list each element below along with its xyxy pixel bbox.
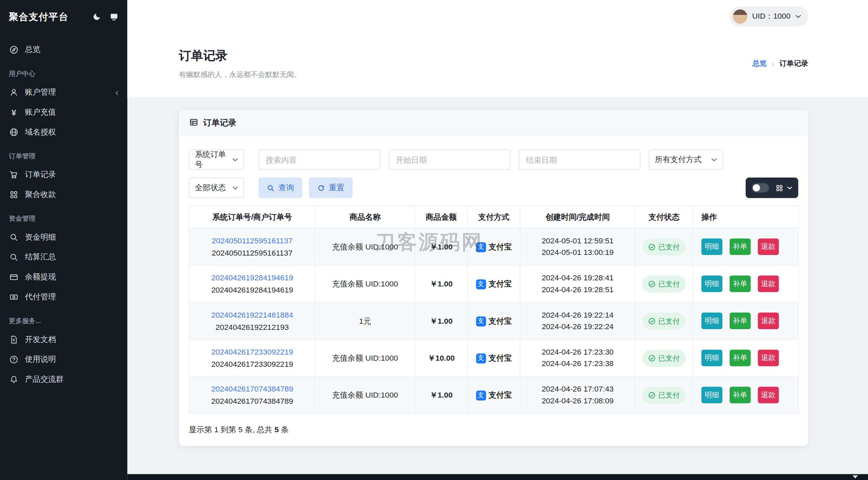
user-menu[interactable]: UID：1000 [730,7,808,27]
finished-time: 2024-04-26 17:23:38 [525,358,631,369]
breadcrumb-separator: › [772,59,774,68]
sidebar-item-label: 账户管理 [25,87,56,97]
moon-icon[interactable] [93,12,101,21]
reset-button[interactable]: 重置 [309,178,353,198]
app-title: 聚合支付平台 [9,10,69,23]
alipay-icon: 支 [476,316,486,326]
refresh-icon [317,184,325,192]
col-header-pay-method: 支付方式 [467,206,520,228]
avatar [733,9,747,24]
finished-time: 2024-05-01 13:00:19 [525,247,631,258]
product-name: 1元 [315,302,415,339]
product-name: 充值余额 UID:1000 [315,228,415,265]
sidebar-item-order-records[interactable]: 订单记录 [0,165,127,185]
main-area: UID：1000 订单记录 有幽默感的人，永远都不会默默无闻。 总览 › 订单记… [127,0,868,480]
sidebar-item-payout-management[interactable]: 代付管理 [0,287,127,307]
sidebar-item-label: 总览 [25,45,40,55]
detail-button[interactable]: 明细 [701,276,722,292]
status-badge: 已支付 [642,275,686,293]
refund-button[interactable]: 退款 [758,387,779,403]
sidebar-item-label: 资金明细 [25,232,56,242]
table-row: 2024042617233092219 2024042617233092219 … [189,339,798,376]
order-number-link[interactable]: 2024042617233092219 [194,346,310,358]
column-visibility-toggle[interactable] [752,183,769,193]
sidebar-item-domain-auth[interactable]: 域名授权 [0,122,127,142]
order-no-type-select[interactable]: 系统订单号 [189,149,244,170]
sidebar-item-fund-details[interactable]: 资金明细 [0,227,127,247]
pagination-summary: 显示第 1 到第 5 条, 总共 5 条 [189,425,798,435]
pay-method-select[interactable]: 所有支付方式 [649,149,723,170]
order-number-link[interactable]: 2024042619284194619 [194,272,310,283]
status-badge: 已支付 [642,312,686,329]
refund-button[interactable]: 退款 [758,238,779,255]
reorder-button[interactable]: 补单 [730,387,751,403]
detail-button[interactable]: 明细 [701,313,722,329]
search-icon [9,233,19,242]
col-header-product: 商品名称 [315,206,415,228]
end-date-input[interactable] [519,149,640,170]
order-records-card: 订单记录 系统订单号 所有支付方式 [179,110,808,446]
order-number-link[interactable]: 2024042617074384789 [194,383,310,395]
sidebar-item-account-management[interactable]: 账户管理 ‹ [0,82,127,102]
columns-dropdown-button[interactable] [775,184,792,192]
sidebar-item-settlement-summary[interactable]: 结算汇总 [0,247,127,267]
table-row: 2024050112595161137 2024050112595161137 … [189,228,798,265]
sidebar-item-label: 聚合收款 [25,190,56,200]
sidebar-item-dev-docs[interactable]: 开发文档 [0,330,127,350]
screen-icon[interactable] [110,12,118,21]
pay-method: 支付宝 [488,389,512,401]
topbar: UID：1000 [127,0,868,33]
detail-button[interactable]: 明细 [701,387,722,403]
detail-button[interactable]: 明细 [701,238,722,255]
select-value: 所有支付方式 [655,155,701,164]
table-row: 2024042619221461884 20240426192212193 1元… [189,302,798,339]
chevron-down-icon [232,186,238,189]
bottom-bar [127,474,868,480]
reset-label: 重置 [329,183,344,193]
check-circle-icon [648,243,655,250]
banknote-icon [9,293,19,301]
status-select[interactable]: 全部状态 [189,178,244,198]
chevron-down-icon [787,186,792,189]
breadcrumb-home[interactable]: 总览 [752,59,767,68]
sidebar-item-overview[interactable]: 总览 [0,40,127,60]
refund-button[interactable]: 退款 [758,276,779,292]
reorder-button[interactable]: 补单 [730,313,751,329]
sidebar-item-aggregated-collection[interactable]: 聚合收款 [0,185,127,205]
table-icon [189,118,198,128]
finished-time: 2024-04-26 19:28:51 [525,284,631,295]
order-number-link[interactable]: 2024050112595161137 [194,235,310,246]
reorder-button[interactable]: 补单 [730,276,751,292]
breadcrumb: 总览 › 订单记录 [752,59,808,68]
created-time: 2024-04-26 17:07:43 [525,383,631,395]
document-icon [9,335,19,344]
query-button[interactable]: 查询 [258,178,302,198]
card-header: 订单记录 [179,110,808,136]
sidebar-item-product-group[interactable]: 产品交流群 [0,369,127,389]
reorder-button[interactable]: 补单 [730,349,751,366]
sidebar-item-usage-instructions[interactable]: 使用说明 [0,349,127,369]
col-header-time: 创建时间/完成时间 [520,206,635,228]
bell-icon [9,375,19,384]
table-tools [746,178,798,198]
scroll-down-icon[interactable] [852,475,858,479]
refund-button[interactable]: 退款 [758,313,779,329]
sidebar-item-balance-withdrawal[interactable]: 余额提现 [0,267,127,287]
detail-button[interactable]: 明细 [701,349,722,366]
reorder-button[interactable]: 补单 [730,238,751,255]
chevron-down-icon [795,15,801,18]
sidebar-section-fund-management: 资金管理 [0,205,127,227]
chevron-down-icon [233,158,238,161]
pay-method: 支付宝 [488,353,512,364]
check-circle-icon [648,392,655,399]
alipay-icon: 支 [476,353,486,363]
sidebar-item-account-recharge[interactable]: ¥ 账户充值 [0,102,127,122]
start-date-input[interactable] [389,149,510,170]
pay-method: 支付宝 [488,241,512,253]
search-input[interactable] [258,149,380,170]
refund-button[interactable]: 退款 [758,349,779,366]
order-number-link[interactable]: 2024042619221461884 [194,309,310,320]
filter-row-2: 全部状态 查询 重置 [189,178,798,198]
status-badge: 已支付 [642,238,686,256]
status-badge: 已支付 [642,349,686,367]
